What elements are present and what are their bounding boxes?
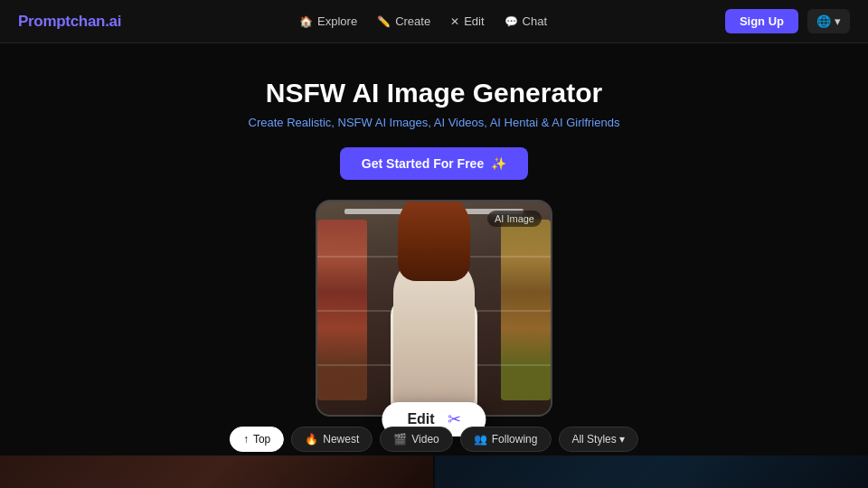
edit-icon: ✕: [450, 15, 459, 28]
signup-button[interactable]: Sign Up: [725, 9, 798, 33]
cta-button[interactable]: Get Started For Free ✨: [340, 147, 528, 180]
nav-explore[interactable]: 🏠 Explore: [299, 14, 357, 28]
newest-label: Newest: [323, 433, 359, 446]
top-label: Top: [253, 433, 270, 446]
globe-icon: 🌐: [816, 14, 831, 28]
globe-button[interactable]: 🌐 ▾: [807, 9, 850, 33]
nav-links: 🏠 Explore ✏️ Create ✕ Edit 💬 Chat: [299, 14, 547, 28]
image-card: AI Image Edit ✂: [316, 200, 552, 417]
video-icon: 🎬: [393, 433, 407, 446]
ceiling-light-left: [344, 209, 408, 214]
nav-create-label: Create: [395, 14, 430, 28]
logo[interactable]: Promptchan.ai: [18, 13, 121, 31]
nav-explore-label: Explore: [317, 14, 357, 28]
bottom-strip: [0, 455, 868, 488]
nav-create[interactable]: ✏️ Create: [377, 14, 430, 28]
hero-title: NSFW AI Image Generator: [266, 78, 602, 108]
logo-main: Promptchan: [18, 13, 105, 30]
edit-label: Edit: [407, 411, 434, 427]
logo-accent: .ai: [105, 13, 121, 30]
figure: [362, 216, 506, 415]
nav-right: Sign Up 🌐 ▾: [725, 9, 850, 33]
hero-subtitle: Create Realistic, NSFW AI Images, AI Vid…: [249, 116, 620, 129]
navbar: Promptchan.ai 🏠 Explore ✏️ Create ✕ Edit…: [0, 0, 868, 43]
filter-bar: ↑ Top 🔥 Newest 🎬 Video 👥 Following All S…: [230, 427, 638, 452]
nav-chat-label: Chat: [523, 14, 547, 28]
video-label: Video: [411, 433, 439, 446]
thumbnail-right[interactable]: [435, 455, 868, 488]
filter-all-styles[interactable]: All Styles ▾: [558, 427, 638, 452]
top-icon: ↑: [243, 433, 249, 446]
cta-icon: ✨: [491, 156, 506, 171]
filter-top[interactable]: ↑ Top: [230, 427, 284, 452]
filter-newest[interactable]: 🔥 Newest: [291, 427, 373, 452]
globe-chevron: ▾: [835, 14, 841, 28]
ai-badge: AI Image: [487, 211, 542, 227]
cta-label: Get Started For Free: [362, 156, 484, 171]
card-image-area: AI Image: [316, 200, 552, 417]
nav-edit-label: Edit: [464, 14, 484, 28]
explore-icon: 🏠: [299, 15, 313, 28]
filter-following[interactable]: 👥 Following: [460, 427, 552, 452]
thumbnail-left[interactable]: [0, 455, 433, 488]
fire-icon: 🔥: [305, 433, 318, 446]
following-icon: 👥: [474, 433, 487, 446]
chat-icon: 💬: [505, 15, 518, 28]
nav-edit[interactable]: ✕ Edit: [450, 14, 484, 28]
filter-video[interactable]: 🎬 Video: [380, 427, 452, 452]
create-icon: ✏️: [377, 15, 391, 28]
all-styles-label: All Styles ▾: [571, 433, 625, 446]
hero-section: NSFW AI Image Generator Create Realistic…: [0, 43, 868, 417]
nav-chat[interactable]: 💬 Chat: [505, 14, 547, 28]
figure-hair: [398, 200, 470, 281]
following-label: Following: [492, 433, 538, 446]
